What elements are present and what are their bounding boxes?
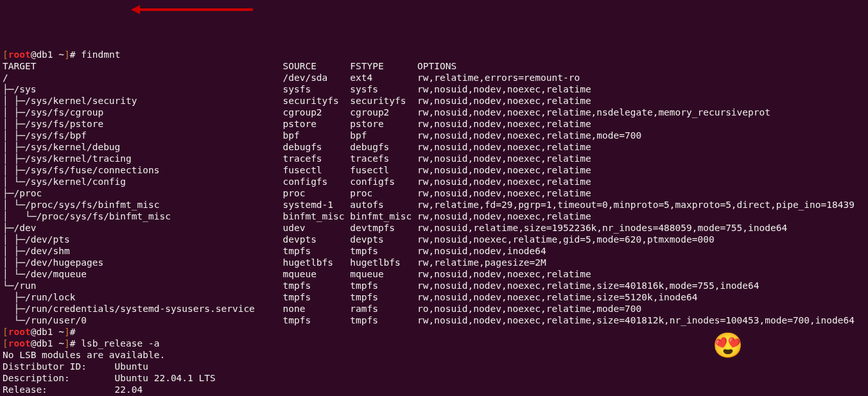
table-row: ├─/run/credentials/systemd-sysusers.serv… (3, 303, 865, 314)
heart-eyes-emoji-icon: 😍 (713, 333, 743, 357)
table-row: │ ├─/sys/fs/fuse/connections fusectl fus… (3, 164, 865, 176)
command-text: lsb_release -a (81, 338, 159, 349)
table-row: │ ├─/sys/fs/cgroup cgroup2 cgroup2 rw,no… (3, 107, 865, 118)
table-row: ├─/proc proc proc rw,nosuid,nodev,noexec… (3, 187, 865, 199)
table-row: ├─/sys sysfs sysfs rw,nosuid,nodev,noexe… (3, 83, 865, 95)
table-row: │ ├─/sys/kernel/security securityfs secu… (3, 95, 865, 107)
table-header: TARGET SOURCE FSTYPE OPTIONS (3, 60, 865, 72)
table-row: │ ├─/dev/pts devpts devpts rw,nosuid,noe… (3, 234, 865, 245)
table-row: ├─/dev udev devtmpfs rw,nosuid,relatime,… (3, 222, 865, 234)
output-text: Release: 22.04 (3, 384, 865, 395)
output-text: Distributor ID: Ubuntu (3, 361, 865, 372)
table-row: │ ├─/sys/kernel/debug debugfs debugfs rw… (3, 141, 865, 153)
table-row: ├─/run/lock tmpfs tmpfs rw,nosuid,nodev,… (3, 291, 865, 303)
table-row: │ ├─/sys/fs/bpf bpf bpf rw,nosuid,nodev,… (3, 130, 865, 141)
prompt-line[interactable]: [root@db1 ~]# findmnt (3, 49, 865, 60)
table-row: │ ├─/dev/shm tmpfs tmpfs rw,nosuid,nodev… (3, 245, 865, 257)
output-text: Description: Ubuntu 22.04.1 LTS (3, 372, 865, 384)
command-text: findmnt (81, 49, 120, 60)
table-row: / /dev/sda ext4 rw,relatime,errors=remou… (3, 72, 865, 83)
table-row: │ ├─/sys/kernel/tracing tracefs tracefs … (3, 153, 865, 164)
table-row: └─/run tmpfs tmpfs rw,nosuid,nodev,noexe… (3, 280, 865, 291)
table-row: │ └─/proc/sys/fs/binfmt_misc binfmt_misc… (3, 211, 865, 222)
annotation-arrow (131, 6, 142, 41)
table-row: │ └─/sys/kernel/config configfs configfs… (3, 176, 865, 187)
table-row: │ ├─/sys/fs/pstore pstore pstore rw,nosu… (3, 118, 865, 130)
table-row: │ ├─/dev/hugepages hugetlbfs hugetlbfs r… (3, 257, 865, 268)
table-row: │ └─/proc/sys/fs/binfmt_misc systemd-1 a… (3, 199, 865, 211)
table-row: │ └─/dev/mqueue mqueue mqueue rw,nosuid,… (3, 268, 865, 280)
table-row: └─/run/user/0 tmpfs tmpfs rw,nosuid,node… (3, 314, 865, 326)
